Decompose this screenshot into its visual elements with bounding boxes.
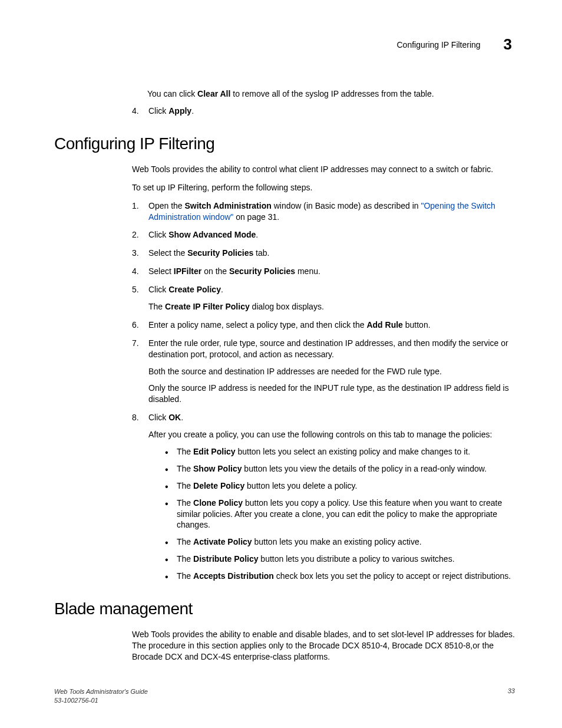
step-3: 3. Select the Security Policies tab. [132,248,515,259]
bullet-accepts-distribution: The Accepts Distribution check box lets … [165,571,515,582]
header-title: Configuring IP Filtering [396,40,480,50]
ipfilter-intro-1: Web Tools provides the ability to contro… [132,164,515,175]
step-6: 6. Enter a policy name, select a policy … [132,319,515,331]
footer-page-number: 33 [508,687,515,694]
blade-management-para: Web Tools provides the ability to enable… [132,629,515,663]
heading-blade-management: Blade management [54,599,515,618]
step-8: 8. Click OK. After you create a policy, … [132,412,515,582]
prior-steps-continued: 4. Click Apply. [132,106,515,117]
bullet-delete-policy: The Delete Policy button lets you delete… [165,480,515,492]
ipfilter-steps: 1. Open the Switch Administration window… [132,200,515,582]
policy-controls-list: The Edit Policy button lets you select a… [165,446,515,582]
ipfilter-intro-2: To set up IP Filtering, perform the foll… [132,182,515,193]
bullet-edit-policy: The Edit Policy button lets you select a… [165,446,515,457]
bullet-distribute-policy: The Distribute Policy button lets you di… [165,554,515,565]
footer-docnum: 53-1002756-01 [54,697,98,704]
step-8-sub: After you create a policy, you can use t… [148,429,515,440]
page: Configuring IP Filtering 3 You can click… [0,0,562,728]
heading-configuring-ip-filtering: Configuring IP Filtering [54,134,515,153]
step-4-apply: 4. Click Apply. [132,106,515,117]
step-4: 4. Select IPFilter on the Security Polic… [132,266,515,277]
step-7-sub2: Only the source IP address is needed for… [148,383,515,405]
page-header: Configuring IP Filtering 3 [54,35,515,54]
bullet-activate-policy: The Activate Policy button lets you make… [165,536,515,548]
step-7: 7. Enter the rule order, rule type, sour… [132,338,515,405]
step-5: 5. Click Create Policy. The Create IP Fi… [132,284,515,312]
clear-all-note: You can click Clear All to remove all of… [147,89,515,98]
bullet-show-policy: The Show Policy button lets you view the… [165,463,515,475]
page-footer: Web Tools Administrator's Guide 53-10027… [54,687,515,704]
step-2: 2. Click Show Advanced Mode. [132,229,515,241]
bullet-clone-policy: The Clone Policy button lets you copy a … [165,498,515,531]
step-5-sub: The Create IP Filter Policy dialog box d… [148,301,515,312]
chapter-number: 3 [504,35,512,54]
footer-guide: Web Tools Administrator's Guide [54,688,148,695]
step-7-sub1: Both the source and destination IP addre… [148,366,515,377]
step-1: 1. Open the Switch Administration window… [132,200,515,223]
